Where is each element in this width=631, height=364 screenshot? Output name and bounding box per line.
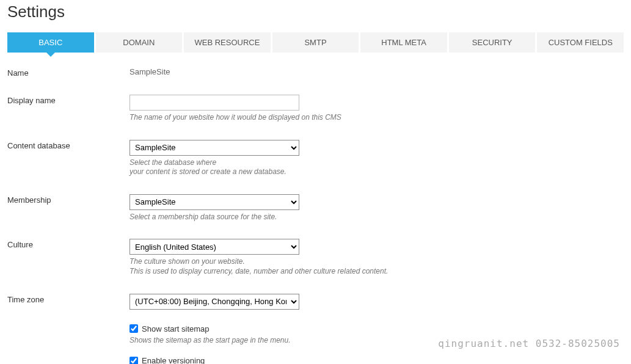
select-timezone[interactable]: (UTC+08:00) Beijing, Chongqing, Hong Kon… <box>129 294 299 310</box>
label-display-name: Display name <box>7 95 129 105</box>
page-title: Settings <box>7 2 624 21</box>
tab-bar: BASICDOMAINWEB RESOURCESMTPHTML METASECU… <box>7 32 624 53</box>
label-content-database: Content database <box>7 140 129 150</box>
value-name: SampleSite <box>129 67 170 76</box>
tab-smtp[interactable]: SMTP <box>272 32 359 53</box>
tab-web-resource[interactable]: WEB RESOURCE <box>184 32 271 53</box>
checkbox-enable-versioning-wrap[interactable]: Enable versioning <box>129 356 624 364</box>
checkbox-enable-versioning[interactable] <box>129 357 138 364</box>
input-display-name[interactable] <box>129 95 299 111</box>
select-membership[interactable]: SampleSite <box>129 194 299 210</box>
checkbox-show-sitemap[interactable] <box>129 324 138 333</box>
tab-html-meta[interactable]: HTML META <box>360 32 447 53</box>
help-culture: The culture shown on your website. This … <box>129 257 624 276</box>
select-culture[interactable]: English (United States) <box>129 239 299 255</box>
help-display-name: The name of your website how it would be… <box>129 113 624 123</box>
tab-security[interactable]: SECURITY <box>449 32 536 53</box>
checkbox-enable-versioning-label: Enable versioning <box>142 356 205 364</box>
label-membership: Membership <box>7 194 129 205</box>
checkbox-show-sitemap-wrap[interactable]: Show start sitemap <box>129 324 624 333</box>
tab-basic[interactable]: BASIC <box>7 32 94 53</box>
help-membership: Select a membership data source for the … <box>129 213 624 222</box>
help-content-database: Select the database where your content i… <box>129 158 624 177</box>
label-timezone: Time zone <box>7 294 129 304</box>
select-content-database[interactable]: SampleSite <box>129 140 299 156</box>
label-culture: Culture <box>7 239 129 249</box>
checkbox-show-sitemap-label: Show start sitemap <box>142 324 210 333</box>
help-show-sitemap: Shows the sitemap as the start page in t… <box>129 336 624 346</box>
tab-domain[interactable]: DOMAIN <box>96 32 183 53</box>
label-name: Name <box>7 67 129 78</box>
tab-custom-fields[interactable]: CUSTOM FIELDS <box>537 32 624 53</box>
